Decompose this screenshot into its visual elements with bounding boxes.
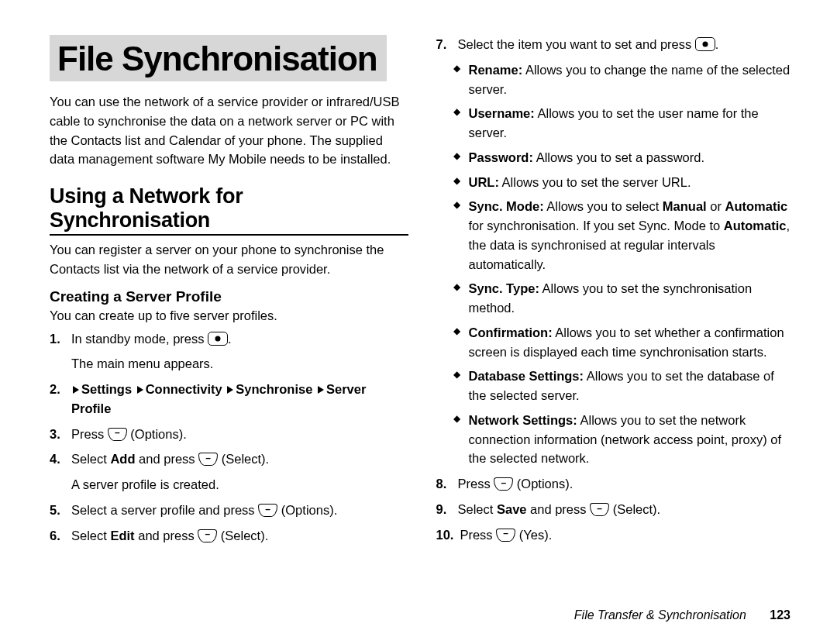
step-10: 10. Press (Yes).: [436, 525, 795, 545]
step-text: Press: [460, 528, 496, 542]
footer-title: File Transfer & Synchronisation: [574, 608, 746, 622]
step-2: 2. Settings Connectivity Synchronise Ser…: [50, 380, 408, 418]
chapter-intro: You can use the network of a service pro…: [50, 92, 408, 169]
step-text: Press: [458, 477, 494, 491]
step-follow: The main menu appears.: [71, 354, 408, 374]
option-text: Allows you to set a password.: [533, 150, 704, 164]
option-rename: Rename: Allows you to change the name of…: [453, 60, 795, 99]
nav-item: Settings: [81, 382, 132, 396]
step-text: Select a server profile and press: [71, 503, 258, 517]
step-number: 9.: [436, 500, 452, 519]
soft-key-icon: [496, 529, 515, 542]
option-label: Database Settings:: [469, 369, 584, 383]
step-text: (Options).: [513, 477, 573, 491]
step-1: 1. In standby mode, press . The main men…: [50, 329, 408, 374]
chapter-title: File Synchronisation: [57, 40, 377, 78]
step-text: In standby mode, press: [71, 332, 208, 346]
step-number: 3.: [50, 425, 65, 444]
step-bold: Add: [110, 452, 135, 466]
soft-key-icon: [258, 504, 277, 517]
option-sync-mode: Sync. Mode: Allows you to select Manual …: [453, 197, 795, 274]
step-number: 2.: [50, 380, 65, 418]
step-body: Press (Options).: [71, 425, 408, 444]
step-text: .: [228, 332, 232, 346]
step-body: In standby mode, press . The main menu a…: [71, 329, 408, 374]
step-4: 4. Select Add and press (Select). A serv…: [50, 449, 408, 494]
options-list: Rename: Allows you to change the name of…: [436, 60, 795, 468]
center-key-icon: [695, 37, 715, 51]
option-label: Username:: [469, 106, 535, 120]
center-key-icon: [208, 332, 228, 346]
step-body: Press (Options).: [458, 474, 795, 494]
steps-list-right: 7. Select the item you want to set and p…: [436, 35, 795, 54]
option-sync-type: Sync. Type: Allows you to set the synchr…: [453, 279, 795, 318]
step-number: 10.: [436, 525, 454, 545]
option-bold: Automatic: [724, 219, 787, 232]
steps-list-right-cont: 8. Press (Options). 9. Select Save and p…: [436, 474, 795, 544]
option-label: Password:: [469, 150, 533, 164]
option-database-settings: Database Settings: Allows you to set the…: [453, 367, 795, 405]
page-number: 123: [770, 608, 790, 622]
page-footer: File Transfer & Synchronisation 123: [574, 608, 790, 622]
option-url: URL: Allows you to set the server URL.: [453, 173, 795, 192]
step-text: (Select).: [217, 529, 268, 542]
option-text: or: [707, 199, 725, 213]
step-body: Select Edit and press (Select).: [71, 526, 408, 546]
step-text: and press: [527, 502, 591, 516]
option-bold: Automatic: [725, 199, 788, 213]
step-text: (Select).: [218, 452, 269, 466]
step-number: 7.: [436, 35, 452, 54]
triangle-icon: [227, 386, 233, 394]
left-column: File Synchronisation You can use the net…: [50, 35, 408, 551]
soft-key-icon: [108, 428, 127, 441]
step-number: 1.: [50, 329, 65, 374]
nav-item: Synchronise: [236, 382, 312, 396]
step-7: 7. Select the item you want to set and p…: [436, 35, 795, 54]
soft-key-icon: [198, 529, 217, 542]
option-confirmation: Confirmation: Allows you to set whether …: [453, 323, 795, 362]
option-label: Network Settings:: [469, 413, 577, 427]
step-text: Select: [71, 452, 110, 466]
step-3: 3. Press (Options).: [50, 425, 408, 444]
step-5: 5. Select a server profile and press (Op…: [50, 501, 408, 520]
step-text: (Yes).: [515, 528, 552, 542]
step-body: Select a server profile and press (Optio…: [71, 501, 408, 520]
option-text: Allows you to set the server URL.: [499, 175, 691, 189]
step-follow: A server profile is created.: [71, 475, 408, 494]
step-text: Select: [458, 502, 497, 516]
step-body: Select Add and press (Select). A server …: [71, 449, 408, 494]
option-text: Allows you to select: [544, 199, 663, 213]
sub-intro: You can create up to five server profile…: [50, 308, 408, 323]
section-lead: You can register a server on your phone …: [50, 240, 408, 279]
step-number: 6.: [50, 526, 65, 546]
manual-page: File Synchronisation You can use the net…: [0, 0, 837, 644]
soft-key-icon: [198, 453, 218, 466]
option-network-settings: Network Settings: Allows you to set the …: [453, 411, 795, 468]
option-label: Sync. Type:: [469, 281, 539, 295]
step-text: and press: [135, 529, 198, 542]
sub-heading: Creating a Server Profile: [50, 288, 408, 305]
step-number: 5.: [50, 501, 65, 520]
step-text: (Options).: [277, 503, 337, 517]
step-6: 6. Select Edit and press (Select).: [50, 526, 408, 546]
chapter-title-band: File Synchronisation: [50, 35, 387, 81]
step-text: Press: [71, 427, 108, 441]
nav-item: Connectivity: [146, 382, 222, 396]
section-heading: Using a Network for Synchronisation: [50, 184, 408, 236]
option-label: Rename:: [469, 63, 523, 77]
steps-list-left: 1. In standby mode, press . The main men…: [50, 329, 408, 546]
step-number: 8.: [436, 474, 452, 494]
step-text: (Select).: [609, 502, 660, 516]
nav-path: Settings Connectivity Synchronise Server…: [71, 380, 408, 418]
right-column: 7. Select the item you want to set and p…: [436, 35, 795, 551]
option-bold: Manual: [663, 199, 707, 213]
option-password: Password: Allows you to set a password.: [453, 148, 795, 167]
option-username: Username: Allows you to set the user nam…: [453, 104, 795, 143]
step-text: (Options).: [127, 427, 187, 441]
step-bold: Edit: [110, 529, 134, 542]
triangle-icon: [137, 386, 143, 394]
step-body: Select the item you want to set and pres…: [458, 35, 795, 54]
step-bold: Save: [497, 502, 527, 516]
option-label: URL:: [469, 175, 499, 189]
option-label: Confirmation:: [469, 325, 553, 339]
